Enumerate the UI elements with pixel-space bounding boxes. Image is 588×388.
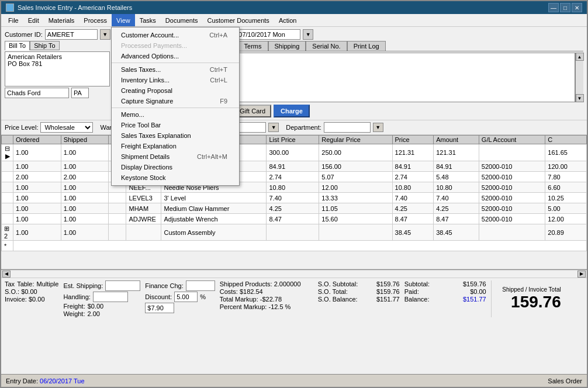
cell-amount[interactable]: 5.48: [434, 172, 479, 182]
menu-inventory-links[interactable]: Inventory Links... Ctrl+L: [112, 75, 239, 85]
cell-list[interactable]: [267, 224, 319, 241]
cell-expand[interactable]: [2, 214, 13, 224]
cell-part[interactable]: LEVEL3: [126, 193, 161, 203]
cell-amount[interactable]: 38.45: [434, 224, 479, 241]
cell-c[interactable]: 10.25: [545, 193, 587, 203]
table-row[interactable]: 1.00 1.00 LEVEL3 3' Level 7.40 13.33 7.4…: [2, 193, 587, 203]
cell-part[interactable]: MHAM: [126, 203, 161, 214]
cell-reg[interactable]: 12.00: [319, 182, 392, 193]
finance-chg-input[interactable]: [186, 280, 215, 291]
memo-scrollbar[interactable]: ▲ ▼: [575, 53, 583, 102]
menu-sales-taxes[interactable]: Sales Taxes... Ctrl+T: [112, 64, 239, 75]
cell-ordered[interactable]: 1.00: [13, 144, 61, 161]
cell-gl[interactable]: 52000-010: [479, 203, 545, 214]
table-row[interactable]: 2.00 2.00 PHIS ...wdriver 2.74 5.07 2.74…: [2, 172, 587, 182]
cell-c[interactable]: 161.65: [545, 144, 587, 161]
cell-gl[interactable]: 52000-010: [479, 182, 545, 193]
customer-id-input[interactable]: [45, 29, 98, 40]
calendar-button[interactable]: ▼: [303, 29, 313, 40]
city-input[interactable]: [5, 88, 69, 98]
tab-shipping[interactable]: Shipping: [268, 41, 306, 51]
menu-documents[interactable]: Documents: [161, 14, 203, 26]
ship-to-tab[interactable]: Ship To: [30, 41, 60, 50]
cell-amount[interactable]: 4.25: [434, 203, 479, 214]
menu-freight-explanation[interactable]: Freight Explanation: [112, 141, 239, 151]
charge-button[interactable]: Charge: [274, 105, 310, 117]
cell-ordered[interactable]: 1.00: [13, 182, 61, 193]
table-row[interactable]: ⊞ 2 1.00 1.00 Custom Assembly 38.45 38.4…: [2, 224, 587, 241]
cell-shipped[interactable]: 2.00: [61, 172, 109, 182]
table-new-row[interactable]: *: [2, 241, 587, 251]
cell-list[interactable]: 300.00: [267, 144, 319, 161]
cell-c[interactable]: 7.80: [545, 172, 587, 182]
cell-new[interactable]: *: [2, 241, 13, 251]
cell-list[interactable]: 8.47: [267, 214, 319, 224]
cell-p[interactable]: [109, 193, 126, 203]
tab-print-log[interactable]: Print Log: [347, 41, 386, 51]
cell-c[interactable]: 5.00: [545, 203, 587, 214]
cell-reg[interactable]: 11.05: [319, 203, 392, 214]
menu-process[interactable]: Process: [79, 14, 112, 26]
close-button[interactable]: ✕: [572, 3, 582, 12]
cell-gl[interactable]: [479, 224, 545, 241]
cell-amount[interactable]: 121.31: [434, 144, 479, 161]
cell-reg[interactable]: 5.07: [319, 172, 392, 182]
menu-shipment-details[interactable]: Shipment Details Ctrl+Alt+M: [112, 151, 239, 162]
job-id-search[interactable]: ▼: [268, 123, 279, 132]
cell-price[interactable]: 38.45: [392, 224, 434, 241]
menu-advanced-options[interactable]: Advanced Options...: [112, 51, 239, 61]
cell-shipped[interactable]: 1.00: [61, 161, 109, 172]
menu-creating-proposal[interactable]: Creating Proposal: [112, 85, 239, 96]
cell-list[interactable]: 4.25: [267, 203, 319, 214]
cell-p[interactable]: [109, 214, 126, 224]
cell-expand[interactable]: [2, 172, 13, 182]
cell-shipped[interactable]: 1.00: [61, 182, 109, 193]
menu-edit[interactable]: Edit: [23, 14, 44, 26]
maximize-button[interactable]: □: [560, 3, 570, 12]
cell-shipped[interactable]: 1.00: [61, 144, 109, 161]
cell-part[interactable]: [126, 224, 161, 241]
customer-search-button[interactable]: ▼: [100, 29, 110, 40]
menu-file[interactable]: File: [4, 14, 23, 26]
table-row[interactable]: 1.00 1.00 NEEF... Needle Nose Pliers 10.…: [2, 182, 587, 193]
cell-desc[interactable]: Adjustable Wrench: [161, 214, 267, 224]
table-row[interactable]: ⊟ ▶ 1.00 1.00 TOOS... ...r & complete se…: [2, 144, 587, 161]
cell-gl[interactable]: 52000-010: [479, 214, 545, 224]
horizontal-scrollbar[interactable]: ◀ ▶: [1, 269, 587, 278]
cell-price[interactable]: 121.31: [392, 144, 434, 161]
discount-input[interactable]: [174, 292, 198, 302]
menu-customer-documents[interactable]: Customer Documents: [203, 14, 274, 26]
cell-c[interactable]: 12.00: [545, 214, 587, 224]
menu-action[interactable]: Action: [274, 14, 302, 26]
cell-price[interactable]: 7.40: [392, 193, 434, 203]
cell-c[interactable]: 120.00: [545, 161, 587, 172]
cell-desc[interactable]: Custom Assembly: [161, 224, 267, 241]
cell-desc[interactable]: 3' Level: [161, 193, 267, 203]
cell-gl[interactable]: 52000-010: [479, 161, 545, 172]
cell-part[interactable]: ADJWRE: [126, 214, 161, 224]
handling-input[interactable]: [93, 292, 128, 302]
cell-desc[interactable]: Medium Claw Hammer: [161, 203, 267, 214]
scroll-right-btn[interactable]: ▶: [577, 271, 586, 278]
cell-p[interactable]: [109, 224, 126, 241]
cell-ordered[interactable]: 2.00: [13, 172, 61, 182]
cell-shipped[interactable]: 1.00: [61, 214, 109, 224]
table-row[interactable]: 1.00 1.00 ADJWRE Adjustable Wrench 8.47 …: [2, 214, 587, 224]
menu-sales-taxes-explanation[interactable]: Sales Taxes Explanation: [112, 130, 239, 141]
cell-amount[interactable]: 10.80: [434, 182, 479, 193]
cell-expand[interactable]: [2, 182, 13, 193]
cell-reg[interactable]: 250.00: [319, 144, 392, 161]
cell-list[interactable]: 7.40: [267, 193, 319, 203]
cell-p[interactable]: [109, 203, 126, 214]
cell-amount[interactable]: 7.40: [434, 193, 479, 203]
table-row[interactable]: 1.00 1.00 TBM/ ...x 84.91 156.00 84.91 8…: [2, 161, 587, 172]
cell-gl[interactable]: [479, 144, 545, 161]
row-expand-1[interactable]: ⊟ ▶: [2, 144, 13, 161]
bill-to-tab[interactable]: Bill To: [5, 41, 30, 50]
scroll-up[interactable]: ▲: [576, 53, 584, 61]
cell-ordered[interactable]: 1.00: [13, 203, 61, 214]
cell-ordered[interactable]: 1.00: [13, 224, 61, 241]
menu-tasks[interactable]: Tasks: [135, 14, 161, 26]
cell-price[interactable]: 8.47: [392, 214, 434, 224]
cell-reg[interactable]: [319, 224, 392, 241]
